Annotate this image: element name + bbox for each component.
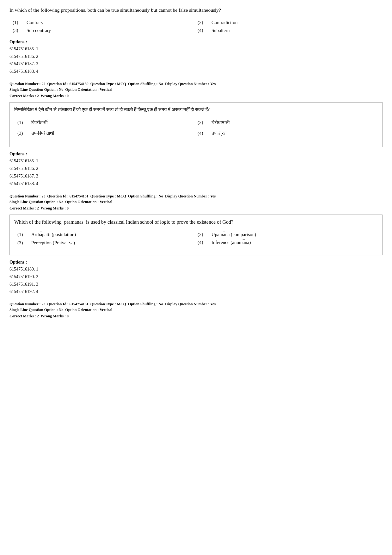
options-list-item: 61547516187. 3 [9,172,383,180]
option-item: (2) विरोधाभासी [198,119,378,127]
options-list-item: 61547516192. 4 [9,288,383,296]
options-list-item: 61547516186. 2 [9,53,383,60]
option-label: उप-विपरीतार्थी [31,129,54,138]
option-item: (2) Contradiction [198,20,383,25]
option-item: (3) Sub contrary [13,28,198,33]
options-heading: Options : [9,260,383,265]
option-label: Subaltern [211,28,230,33]
option-num: (1) [17,232,26,237]
question-23-options: (1) Arthapatti (postulation) (2) Upamana… [17,232,378,246]
options-list-section: Options : 61547516185. 1 61547516186. 2 … [9,40,383,75]
question-21-options: (1) Contrary (2) Contradiction (3) Sub c… [13,20,383,33]
option-label: उपाश्रित [211,129,226,138]
option-item: (4) Inference (anumana) [198,240,378,246]
options-list-item: 61547516187. 3 [9,60,383,68]
question-23-correct-marks-repeat: Correct Marks : 2 Wrong Marks : 0 [9,314,383,319]
option-label: Perception (Pratyakṣa) [31,240,75,246]
option-label: विपरीतार्थी [31,119,47,127]
option-item: (1) Contrary [13,20,198,25]
option-num: (3) [17,131,26,136]
option-item: (4) उपाश्रित [198,129,378,138]
option-num: (4) [198,28,206,33]
options-list-item: 61547516186. 2 [9,165,383,172]
options-list-item: 61547516189. 1 [9,265,383,273]
question-22-options: (1) विपरीतार्थी (2) विरोधाभासी (3) उप-वि… [17,119,378,137]
options-list-item: 61547516188. 4 [9,180,383,188]
option-label: Contrary [27,20,43,25]
option-item: (2) Upamana (comparison) [198,232,378,237]
option-label: Arthapatti (postulation) [31,232,76,237]
option-num: (3) [17,240,26,246]
question-22-correct-marks: Correct Marks : 2 Wrong Marks : 0 [9,94,383,98]
option-label: Contradiction [211,20,238,25]
option-item: (3) Perception (Pratyakṣa) [17,240,198,246]
option-num: (2) [198,20,206,25]
option-item: (3) उप-विपरीतार्थी [17,129,198,138]
option-num: (2) [198,120,206,125]
question-23-bordered: Which of the following pramanas is used … [9,215,383,255]
options-list-item: 61547516191. 3 [9,281,383,288]
option-label: Inference (anumana) [211,240,251,245]
options-list-item: 61547516188. 4 [9,68,383,75]
question-22-meta: Question Number : 22 Question Id : 61547… [9,81,383,92]
option-label: विरोधाभासी [211,119,230,127]
options-heading: Options : [9,40,383,45]
options-heading: Options : [9,152,383,157]
options-list-item: 61547516190. 2 [9,273,383,281]
question-21-text: In which of the following propositions, … [9,6,383,14]
option-label: Sub contrary [27,28,51,33]
question-23-options-list-section: Options : 61547516189. 1 61547516190. 2 … [9,260,383,296]
question-23-text: Which of the following pramanas is used … [14,218,378,226]
question-23-meta: Question Number : 23 Question Id : 61547… [9,193,383,205]
options-list-item: 61547516185. 1 [9,45,383,53]
options-list-item: 61547516185. 1 [9,157,383,165]
option-num: (3) [13,28,21,33]
question-22-bordered: निम्नलिखित में ऐसे कौन से तर्कवाक्य हैं … [9,102,383,147]
question-23-meta-repeat: Question Number : 23 Question Id : 61547… [9,301,383,313]
option-num: (1) [17,120,26,125]
question-21-english: In which of the following propositions, … [9,6,383,75]
option-label: Upamana (comparison) [211,232,256,237]
option-num: (2) [198,232,206,237]
option-item: (1) विपरीतार्थी [17,119,198,127]
option-num: (4) [198,131,206,136]
option-num: (4) [198,240,206,245]
question-22-hindi-text: निम्नलिखित में ऐसे कौन से तर्कवाक्य हैं … [14,106,378,114]
option-item: (1) Arthapatti (postulation) [17,232,198,237]
question-23-correct-marks: Correct Marks : 2 Wrong Marks : 0 [9,206,383,211]
question-22-options-list-section: Options : 61547516185. 1 61547516186. 2 … [9,152,383,187]
option-num: (1) [13,20,21,25]
option-item: (4) Subaltern [198,28,383,33]
